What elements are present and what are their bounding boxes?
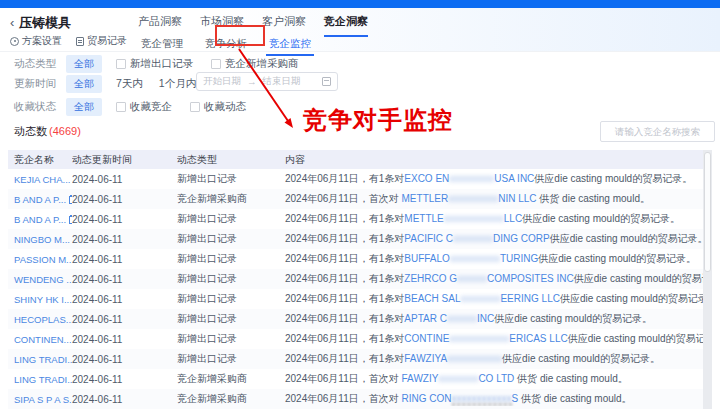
company-link[interactable]: LING TRADI... <box>14 374 72 385</box>
filter-time-7days[interactable]: 7天内 <box>116 77 143 91</box>
search-input[interactable] <box>600 121 715 142</box>
trade-records-button[interactable]: 贸易记录 <box>76 34 127 48</box>
company-link[interactable]: KEJIA CHA... <box>14 174 71 185</box>
table-body: KEJIA CHA...2024-06-11新增出口记录2024年06月11日，… <box>8 169 704 409</box>
updated-cell: 2024-06-11 <box>72 274 177 285</box>
checkbox-icon[interactable] <box>116 102 126 112</box>
company-link[interactable]: PASSION M... <box>14 254 72 265</box>
type-cell: 竞企新增采购商 <box>177 192 285 206</box>
type-cell: 新增出口记录 <box>177 172 285 186</box>
type-cell: 新增出口记录 <box>177 232 285 246</box>
table-row[interactable]: B AND A P...2024-06-11竞企新增采购商2024年06月11日… <box>8 189 704 209</box>
table-row[interactable]: WENDENG ...2024-06-11新增出口记录2024年06月11日，有… <box>8 269 704 289</box>
table-row[interactable]: NINGBO M...2024-06-11新增出口记录2024年06月11日，有… <box>8 229 704 249</box>
company-link[interactable]: HECOPLAS... <box>14 314 72 325</box>
content-company-name: PACIFIC C <box>404 233 453 244</box>
back-chevron-icon[interactable]: ‹ <box>10 15 14 30</box>
checkbox-icon[interactable] <box>190 102 200 112</box>
content-text: 2024年06月11日，有1条对 <box>285 253 404 264</box>
checkbox-fav-competitor[interactable]: 收藏竞企 <box>116 100 172 114</box>
date-range-picker[interactable]: 开始日期 → 结束日期 <box>196 72 338 91</box>
content-company-name: USA INC <box>494 173 534 184</box>
tab-competitor-insight[interactable]: 竞企洞察 <box>324 14 368 37</box>
content-text: 2024年06月11日，首次对 <box>285 193 402 204</box>
copy-icon[interactable] <box>69 215 72 224</box>
filter-time-1month[interactable]: 1个月内 <box>159 77 196 91</box>
content-cell: 2024年06月11日，有1条对APTAR CxxxxxxINC供应die ca… <box>285 312 704 326</box>
trade-records-label: 贸易记录 <box>87 34 127 48</box>
content-redacted: xxxxxxxxxxxx <box>449 333 509 344</box>
content-company-name: ERICAS LLC <box>509 333 567 344</box>
table-row[interactable]: SHINY HK I...2024-06-11新增出口记录2024年06月11日… <box>8 289 704 309</box>
scrollbar-thumb[interactable] <box>704 152 711 272</box>
date-range-arrow: → <box>247 76 257 87</box>
updated-cell: 2024-06-11 <box>72 294 177 305</box>
tab-customer-insight[interactable]: 客户洞察 <box>262 14 306 37</box>
checkbox-label: 收藏动态 <box>204 100 246 114</box>
copy-icon[interactable] <box>69 195 72 204</box>
table-row[interactable]: CONTINEN...2024-06-11新增出口记录2024年06月11日，有… <box>8 329 704 349</box>
checkbox-new-buyer[interactable]: 竞企新增采购商 <box>211 57 299 71</box>
table-row[interactable]: PASSION M...2024-06-11新增出口记录2024年06月11日，… <box>8 249 704 269</box>
table-row[interactable]: LING TRADI...2024-06-11竞企新增采购商2024年06月11… <box>8 369 704 389</box>
type-cell: 新增出口记录 <box>177 212 285 226</box>
table-row[interactable]: SIPA S P A S...2024-06-11竞企新增采购商2024年06月… <box>8 389 704 409</box>
content-text: 供应die casting mould的贸易记录。 <box>568 333 704 344</box>
start-date-placeholder[interactable]: 开始日期 <box>203 75 241 88</box>
col-header-type: 动态类型 <box>177 153 285 167</box>
content-text: 供货 die casting mould。 <box>514 373 627 384</box>
end-date-placeholder[interactable]: 结束日期 <box>263 75 301 88</box>
table-row[interactable]: HECOPLAS...2024-06-11新增出口记录2024年06月11日，有… <box>8 309 704 329</box>
filter-type-all-button[interactable]: 全部 <box>66 55 102 73</box>
document-icon <box>76 37 84 46</box>
content-text: 2024年06月11日，首次对 <box>285 393 402 404</box>
content-text: 供应die casting mould的贸易记录。 <box>538 253 696 264</box>
filter-time-all-button[interactable]: 全部 <box>66 75 102 93</box>
type-cell: 新增出口记录 <box>177 292 285 306</box>
content-text: 2024年06月11日，有1条对 <box>285 233 404 244</box>
filter-type-label: 动态类型 <box>14 57 66 71</box>
company-link[interactable]: SIPA S P A S... <box>14 394 72 405</box>
content-cell: 2024年06月11日，有1条对PACIFIC CxxxxxxxxDING CO… <box>285 232 704 246</box>
company-cell: B AND A P... <box>8 214 72 225</box>
checkbox-fav-activity[interactable]: 收藏动态 <box>190 100 246 114</box>
content-text: 2024年06月11日，有1条对 <box>285 173 404 184</box>
table-row[interactable]: KEJIA CHA...2024-06-11新增出口记录2024年06月11日，… <box>8 169 704 189</box>
content-company-name: CO LTD <box>478 373 514 384</box>
table-row[interactable]: B AND A P...2024-06-11新增出口记录2024年06月11日，… <box>8 209 704 229</box>
company-link[interactable]: LING TRADI.. <box>14 354 72 365</box>
calendar-icon[interactable] <box>322 77 331 86</box>
content-company-name: COMPOSITES INC <box>487 273 574 284</box>
activity-count-value: (4669) <box>49 125 81 137</box>
table-row[interactable]: LING TRADI..2024-06-11新增出口记录2024年06月11日，… <box>8 349 704 369</box>
tab-product-insight[interactable]: 产品洞察 <box>138 14 182 37</box>
company-link[interactable]: SHINY HK I... <box>14 294 72 305</box>
company-link[interactable]: CONTINEN... <box>14 334 72 345</box>
company-link[interactable]: NINGBO M... <box>14 234 70 245</box>
table-header: 竞企名称 动态更新时间 动态类型 内容 <box>8 150 704 169</box>
company-link[interactable]: B AND A P... <box>14 194 66 205</box>
subtab-competitor-management[interactable]: 竞企管理 <box>138 35 186 56</box>
checkbox-label: 收藏竞企 <box>130 100 172 114</box>
annotation-text: 竞争对手监控 <box>303 104 453 136</box>
content-text: 供货 die casting mould。 <box>518 393 631 404</box>
content-text: 2024年06月11日，有1条对 <box>285 313 404 324</box>
updated-cell: 2024-06-11 <box>72 394 177 405</box>
company-cell: WENDENG ... <box>8 274 72 285</box>
filter-fav-all-button[interactable]: 全部 <box>66 98 102 116</box>
content-redacted: xxxxxx <box>457 273 487 284</box>
company-link[interactable]: WENDENG ... <box>14 274 72 285</box>
checkbox-icon[interactable] <box>211 59 221 69</box>
subtab-competition-monitor[interactable]: 竞企监控 <box>266 35 314 56</box>
company-link[interactable]: B AND A P... <box>14 214 66 225</box>
activity-table: 竞企名称 动态更新时间 动态类型 内容 KEJIA CHA...2024-06-… <box>8 150 704 409</box>
filter-row-favorite: 收藏状态 全部 收藏竞企 收藏动态 <box>14 98 264 116</box>
content-redacted: xxxxxxxxx <box>449 173 494 184</box>
checkbox-new-export-record[interactable]: 新增出口记录 <box>116 57 193 71</box>
plan-settings-button[interactable]: 方案设置 <box>10 34 62 48</box>
top-blue-bar <box>0 0 720 8</box>
content-company-name: CONTINE <box>404 333 449 344</box>
company-cell: CONTINEN... <box>8 334 72 345</box>
checkbox-icon[interactable] <box>116 59 126 69</box>
content-text: 2024年06月11日，有1条对 <box>285 273 404 284</box>
